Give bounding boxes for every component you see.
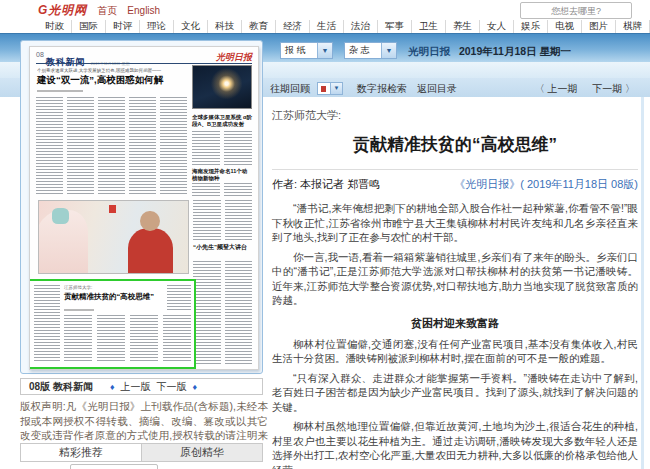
preview-byline [37, 90, 83, 92]
highlight-headline[interactable]: 贡献精准扶贫的“高校思维” [64, 292, 168, 301]
fake-text-column [34, 285, 60, 363]
fake-text-column [224, 131, 252, 165]
fake-text-column [67, 97, 94, 195]
fake-text-column [129, 97, 156, 195]
nav-item-jingji[interactable]: 经济 [275, 20, 309, 33]
tab-recommended[interactable]: 精彩推荐 [21, 444, 141, 461]
magazine-select[interactable]: 杂 志 ▼ [344, 42, 397, 59]
fake-text-column [98, 97, 125, 195]
nav-item-shizheng[interactable]: 时政 [38, 20, 71, 33]
nav-item-keji[interactable]: 科技 [207, 20, 241, 33]
headline-satellite[interactable]: 全球多媒体卫星系统 α阶段A、B卫星成功发射 [192, 114, 252, 128]
section-heading: 贫困村迎来致富路 [272, 316, 638, 331]
nav-item-yangsheng[interactable]: 养生 [445, 20, 479, 33]
highlight-byline [64, 309, 94, 311]
calendar-mark-icon [321, 86, 326, 92]
nav-item-lilun[interactable]: 理论 [139, 20, 173, 33]
bottom-tabs: 精彩推荐 原创精华 [20, 443, 263, 462]
top-bar: G光明网 首页 English [0, 0, 650, 19]
tab-original[interactable]: 原创精华 [141, 444, 262, 461]
author-name: 作者: 本报记者 郑晋鸣 [272, 177, 380, 192]
nav-item-fazhi[interactable]: 法治 [343, 20, 377, 33]
fake-text-column [224, 183, 252, 197]
paper-select[interactable]: 报 纸 ▼ [280, 42, 333, 59]
page-header: 08教科新闻2019年11月18日 星期一 光明日报 [36, 51, 252, 62]
highlight-box[interactable]: 江苏师范大学: 贡献精准扶贫的“高校思维” [29, 279, 196, 369]
brand: G光明网 首页 English [38, 2, 160, 19]
next-issue-link[interactable]: 下一期 〉 [592, 83, 635, 94]
face-mask [52, 208, 68, 224]
article-paragraph: 你一言,我一语,看着一箱箱紫薯销往城里,乡亲们有了来年的盼头。乡亲们口中的“潘书… [272, 250, 638, 308]
search-input[interactable] [520, 2, 632, 19]
header-rule [36, 63, 252, 64]
title-divider [272, 169, 638, 170]
affiliation-label: 江苏师范大学: [272, 108, 638, 123]
article-paragraph: 柳林村位置偏僻,交通闭塞,没有任何产业富民项目,基本没有集体收入,村民生活十分贫… [272, 337, 638, 366]
article-title: 贡献精准扶贫的“高校思维” [272, 133, 638, 156]
nav-item-guoji[interactable]: 国际 [71, 20, 105, 33]
nav-item-tupian[interactable]: 图片 [581, 20, 615, 33]
nav-item-nvren[interactable]: 女人 [479, 20, 513, 33]
past-issues-link[interactable]: 往期回顾 [270, 82, 310, 96]
article-paragraph: “潘书记,来年俺想把剩下的耕地全部入股合作社一起种紫薯,你看管不管!”眼下秋收正… [272, 201, 638, 245]
issue-date-select[interactable]: ▼ [317, 82, 343, 95]
nav-item-shenghuo[interactable]: 生活 [309, 20, 343, 33]
source-label[interactable]: 《光明日报》( 2019年11月18日 08版) [454, 177, 638, 192]
nav-item-wenhua[interactable]: 文化 [173, 20, 207, 33]
chevron-down-icon[interactable]: ▼ [381, 43, 396, 58]
article-paragraph: 柳林村虽然地理位置偏僻,但靠近故黄河,土地均为沙土,很适合花生的种植,村里农户也… [272, 419, 638, 469]
article-body: “潘书记,来年俺想把剩下的耕地全部入股合作社一起种紫薯,你看管不管!”眼下秋收正… [272, 201, 638, 469]
flag-decoration [109, 205, 116, 213]
issue-date-label: 2019年11月18日 星期一 [459, 45, 571, 57]
main-nav: 时政 国际 时评 理论 文化 科技 教育 经济 生活 法治 军事 卫生 养生 女… [38, 20, 618, 33]
volunteers-photo [38, 200, 189, 274]
fake-text-column [225, 200, 252, 240]
paper-select-value: 报 纸 [285, 45, 306, 55]
fake-text-column [64, 315, 92, 363]
nav-item-dianshi[interactable]: 电视 [547, 20, 581, 33]
back-to-toc-link[interactable]: 返回目录 [417, 82, 457, 96]
nav-item-yule[interactable]: 娱乐 [513, 20, 547, 33]
fake-text-column [163, 315, 191, 363]
fake-text-column [97, 315, 125, 363]
next-page-link[interactable]: 下一版 [157, 380, 187, 394]
highlight-kicker: 江苏师范大学: [64, 285, 92, 290]
prev-page-link[interactable]: 上一版 [121, 380, 151, 394]
prev-issue-link[interactable]: 〈 上一期 [535, 83, 578, 94]
right-edge-rule [641, 97, 644, 469]
digital-search-link[interactable]: 数字报检索 [357, 82, 407, 96]
issue-info: 光明日报 2019年11月18日 星期一 [408, 45, 571, 59]
fake-text-column [160, 97, 187, 195]
fake-text-column [225, 261, 252, 365]
chevron-down-icon[interactable]: ▼ [330, 83, 342, 94]
rocket-launch-photo [192, 65, 252, 109]
magazine-select-value: 杂 志 [349, 45, 370, 55]
paper-name-label: 光明日报 [408, 45, 450, 57]
page-label: 08版 教科新闻 [29, 380, 93, 394]
nav-item-jiaoyu[interactable]: 教育 [241, 20, 275, 33]
truncated-panel [70, 464, 158, 469]
nav-item-weisheng[interactable]: 卫生 [411, 20, 445, 33]
fake-text-column [130, 315, 158, 363]
headline-xiaoxiansheng[interactable]: “小先生”频登大讲台 [193, 244, 252, 252]
nav-item-shiping[interactable]: 时评 [105, 20, 139, 33]
newspaper-page[interactable]: 08教科新闻2019年11月18日 星期一 光明日报 个别要求速度大跃进,大学发… [29, 46, 259, 370]
page-nav-bar: 08版 教科新闻 ♦ 上一版 下一版 ♦ [20, 378, 263, 395]
nav-item-qipai[interactable]: 棋牌 [615, 20, 649, 33]
fake-text-column [192, 183, 220, 197]
nav-item-junshi[interactable]: 军事 [377, 20, 411, 33]
gmw-logo[interactable]: G光明网 [38, 2, 87, 19]
newspaper-preview-card: 08教科新闻2019年11月18日 星期一 光明日报 个别要求速度大跃进,大学发… [20, 40, 263, 374]
headline-hainan[interactable]: 海南发现并命名11个动植物新物种 [192, 168, 252, 182]
page: G光明网 首页 English 时政 国际 时评 理论 文化 科技 教育 经济 … [0, 0, 650, 469]
english-link[interactable]: English [127, 5, 160, 16]
person-head [140, 211, 159, 231]
diamond-icon: ♦ [110, 382, 115, 392]
home-link[interactable]: 首页 [97, 4, 117, 18]
article-byline: 作者: 本报记者 郑晋鸣 《光明日报》( 2019年11月18日 08版) [272, 177, 638, 192]
person-red-sweater [128, 228, 173, 273]
preview-headline[interactable]: 建设“双一流”,高校困惑如何解 [37, 74, 197, 85]
page-number: 08 [36, 51, 44, 58]
fake-text-column [36, 97, 63, 195]
chevron-down-icon[interactable]: ▼ [317, 43, 332, 58]
